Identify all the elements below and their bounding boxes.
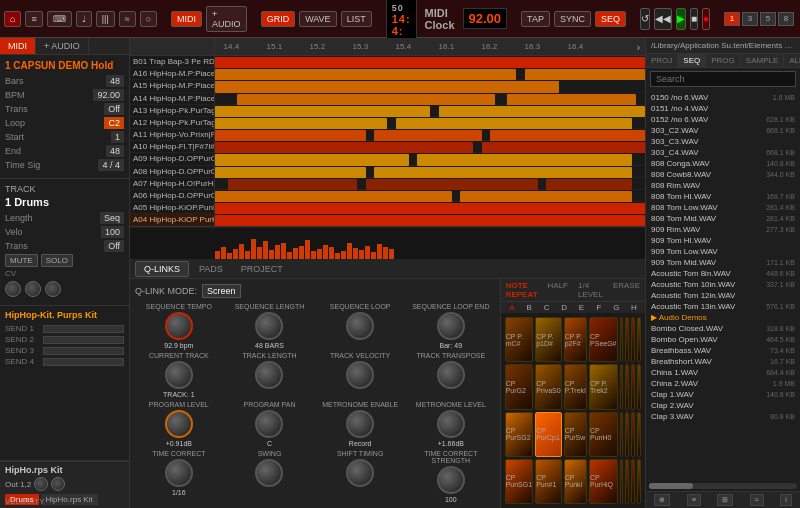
grid-row[interactable]: A06 HipHop-D.OPPurCp2.. — [130, 190, 645, 202]
pad-14[interactable] — [631, 364, 635, 409]
notes-button[interactable]: ♩ — [76, 11, 92, 27]
start-value[interactable]: 1 — [111, 131, 124, 143]
pad-4[interactable] — [620, 317, 624, 362]
track-velo-value[interactable]: 100 — [101, 226, 124, 238]
swing-knob[interactable] — [255, 459, 283, 487]
grid-row[interactable]: A04 HipHop-KiOP PurKit.. — [130, 214, 645, 226]
pad-17[interactable]: CP PurCp1 — [535, 412, 562, 457]
midi-tab[interactable]: MIDI — [171, 11, 202, 27]
list-item[interactable]: Acoustic Tom 12in.WAV — [646, 290, 800, 301]
pad-22[interactable] — [631, 412, 635, 457]
track-velocity-knob[interactable] — [346, 361, 374, 389]
grid-row[interactable]: A05 HipHop-KiOP.PunHHi- — [130, 202, 645, 214]
pads-tab[interactable]: PADS — [191, 262, 231, 276]
send3-bar[interactable] — [43, 347, 124, 355]
pad-8[interactable]: CP PurG2 — [505, 364, 533, 409]
pad-30[interactable] — [631, 459, 635, 504]
list-item[interactable]: Bombo Open.WAV464.5 KB — [646, 334, 800, 345]
knob-3[interactable] — [45, 281, 61, 297]
seq-1[interactable]: 1 — [724, 12, 740, 26]
shift-timing-knob[interactable] — [346, 459, 374, 487]
prog-pan-knob[interactable] — [255, 410, 283, 438]
play-button[interactable]: ▶ — [676, 8, 686, 30]
pad-0[interactable]: CP P. mC# — [505, 317, 533, 362]
browser-btn-5[interactable]: i — [780, 494, 792, 506]
current-track-knob[interactable] — [165, 361, 193, 389]
grid-row[interactable]: A10 HipHop-Fl.T|F#7l# — [130, 141, 645, 153]
pad-28[interactable] — [620, 459, 624, 504]
kit-knob2[interactable] — [51, 477, 65, 491]
record-button[interactable]: ● — [702, 8, 710, 30]
time-correct-knob[interactable] — [165, 459, 193, 487]
list-item[interactable]: 909 Tom HI.WAV — [646, 235, 800, 246]
list-item[interactable]: 808 Cowb8.WAV344.0 KB — [646, 169, 800, 180]
grid-row[interactable]: A11 HipHop-Vo.Prixn|F# — [130, 129, 645, 141]
pad-21[interactable] — [625, 412, 629, 457]
list-item[interactable]: Acoustic Tom 8in.WAV448.6 KB — [646, 268, 800, 279]
list-item[interactable]: 909 Rim.WAV277.3 KB — [646, 224, 800, 235]
end-value[interactable]: 48 — [106, 145, 124, 157]
pad-6[interactable] — [631, 317, 635, 362]
tc-strength-knob[interactable] — [437, 466, 465, 494]
home-button[interactable]: ⌂ — [4, 11, 21, 27]
seq-8[interactable]: 8 — [778, 12, 794, 26]
list-item[interactable]: 808 Rim.WAV — [646, 180, 800, 191]
prog-level-knob[interactable] — [165, 410, 193, 438]
bpm-display[interactable]: 92.00 — [463, 8, 508, 29]
grid-tab-btn[interactable]: GRID — [261, 11, 296, 27]
all-tab[interactable]: ALL — [784, 54, 800, 67]
pad-19[interactable]: CP PunH0 — [589, 412, 617, 457]
pad-11[interactable]: CP P. Trek2 — [589, 364, 617, 409]
list-item[interactable]: 808 Tom Mid.WAV281.4 KB — [646, 213, 800, 224]
browser-btn-1[interactable]: ⊕ — [654, 494, 670, 506]
pad-2[interactable]: CP P. p2F# — [564, 317, 587, 362]
knob-2[interactable] — [25, 281, 41, 297]
prog-tab[interactable]: PROG — [706, 54, 741, 67]
project-tab[interactable]: PROJECT — [233, 262, 291, 276]
tap-button[interactable]: TAP — [521, 11, 550, 27]
list-item[interactable]: 808 Tom Low.WAV281.4 KB — [646, 202, 800, 213]
list-item[interactable]: Clap 3.WAV80.8 KB — [646, 411, 800, 422]
mute-button[interactable]: MUTE — [5, 254, 38, 267]
browser-btn-4[interactable]: ≈ — [750, 494, 764, 506]
trans-value[interactable]: Off — [104, 103, 124, 115]
pad-15[interactable] — [637, 364, 641, 409]
pad-29[interactable] — [625, 459, 629, 504]
list-item[interactable]: 0151 /no 4.WAV — [646, 103, 800, 114]
list-tab-btn[interactable]: LIST — [341, 11, 372, 27]
grid-view-button[interactable]: ≡ — [25, 11, 42, 27]
grid-row[interactable]: A14 HipHop-M.P:PiaceA# — [130, 93, 645, 105]
bpm-value-left[interactable]: 92.00 — [93, 89, 124, 101]
solo-button[interactable]: SOLO — [41, 254, 73, 267]
seq-length-knob[interactable] — [255, 312, 283, 340]
list-item[interactable]: 808 Tom HI.WAV168.7 KB — [646, 191, 800, 202]
list-item[interactable]: China 1.WAV684.4 KB — [646, 367, 800, 378]
pad-24[interactable]: CP PunSG1 — [505, 459, 533, 504]
list-item[interactable]: Acoustic Tom 13in.WAV576.1 KB — [646, 301, 800, 312]
seq-tempo-knob[interactable] — [165, 312, 193, 340]
pad-16[interactable]: CP PurSG2 — [505, 412, 533, 457]
levels-button[interactable]: ≈ — [119, 11, 136, 27]
metro-enable-knob[interactable] — [346, 410, 374, 438]
loop-value[interactable]: C2 — [104, 117, 124, 129]
pad-27[interactable]: CP PurHiQ — [589, 459, 617, 504]
list-item[interactable]: 0152 /no 6.WAV628.1 KB — [646, 114, 800, 125]
proj-tab[interactable]: PROJ — [646, 54, 678, 67]
sample-tab[interactable]: SAMPLE — [741, 54, 784, 67]
seq-5[interactable]: 5 — [760, 12, 776, 26]
rewind-button[interactable]: ◀◀ — [654, 8, 672, 30]
list-item[interactable]: Clap 1.WAV140.8 KB — [646, 389, 800, 400]
pad-5[interactable] — [625, 317, 629, 362]
pad-1[interactable]: CP P. p1D# — [535, 317, 562, 362]
send4-bar[interactable] — [43, 358, 124, 366]
list-item[interactable]: Acoustic Tom 10in.WAV337.1 KB — [646, 279, 800, 290]
wave-tab-btn[interactable]: WAVE — [299, 11, 337, 27]
pad-3[interactable]: CP PSeeG# — [589, 317, 617, 362]
pad-7[interactable] — [637, 317, 641, 362]
seq-3[interactable]: 3 — [742, 12, 758, 26]
bars-value[interactable]: 48 — [106, 75, 124, 87]
pad-25[interactable]: CP Pun#1 — [535, 459, 562, 504]
pad-31[interactable] — [637, 459, 641, 504]
list-item[interactable]: 0150 /no 6.WAV1.6 MB — [646, 92, 800, 103]
grid-row[interactable]: A13 HipHop-Pk.PurTag2- — [130, 105, 645, 117]
